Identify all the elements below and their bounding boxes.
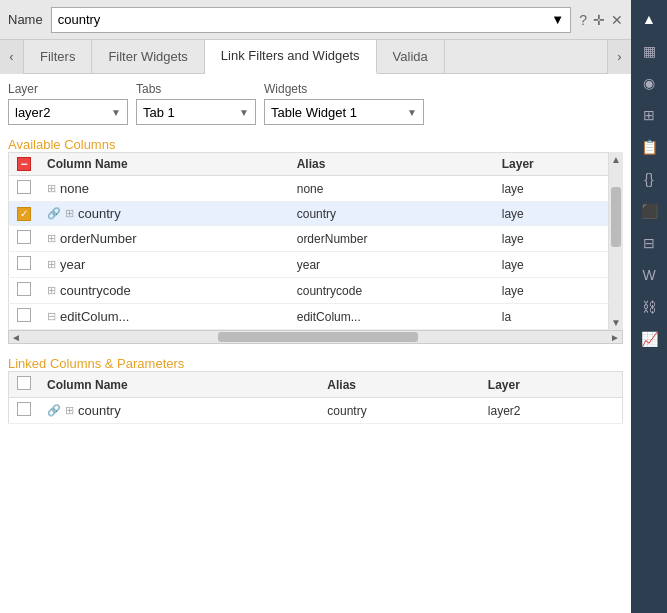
lth-alias: Alias	[319, 372, 480, 398]
col-type-icon: ⊞	[47, 182, 56, 195]
sidebar-image-icon[interactable]: ⬛	[634, 196, 664, 226]
move-icon[interactable]: ✛	[593, 12, 605, 28]
widgets-dropdown[interactable]: Table Widget 1 ▼	[264, 99, 424, 125]
tabs-arrow: ▼	[239, 107, 249, 118]
help-icon[interactable]: ?	[579, 12, 587, 28]
name-dropdown[interactable]: country ▼	[51, 7, 572, 33]
col-alias: year	[289, 252, 494, 278]
col-alias: country	[319, 398, 480, 424]
vscroll-down-arrow[interactable]: ▼	[609, 315, 623, 330]
widgets-value: Table Widget 1	[271, 105, 357, 120]
hscrollbar: ◄ ►	[8, 330, 623, 344]
th-alias: Alias	[289, 153, 494, 176]
sidebar-up-icon[interactable]: ▲	[634, 4, 664, 34]
sidebar-document-icon[interactable]: 📋	[634, 132, 664, 162]
available-columns-wrap: Column Name Alias Layer ⊞none	[8, 152, 609, 330]
col-layer: laye	[494, 202, 609, 226]
row-checkbox[interactable]	[17, 180, 31, 194]
col-layer: laye	[494, 226, 609, 252]
col-type-icon: ⊞	[65, 404, 74, 417]
sidebar-braces-icon[interactable]: {}	[634, 164, 664, 194]
linked-row-checkbox[interactable]	[17, 402, 31, 416]
hscroll-thumb[interactable]	[218, 332, 418, 342]
dialog-header: Name country ▼ ? ✛ ✕	[0, 0, 631, 40]
hscroll-right-arrow[interactable]: ►	[610, 332, 620, 343]
row-checkbox[interactable]	[17, 256, 31, 270]
tabs-value: Tab 1	[143, 105, 175, 120]
sidebar-chart-line-icon[interactable]: 📈	[634, 324, 664, 354]
dropdowns-row: Layer layer2 ▼ Tabs Tab 1 ▼ Widgets Tabl…	[8, 82, 623, 125]
col-name: year	[60, 257, 85, 272]
content-area: Layer layer2 ▼ Tabs Tab 1 ▼ Widgets Tabl…	[0, 74, 631, 613]
name-dropdown-value: country	[58, 12, 101, 27]
tabs-label: Tabs	[136, 82, 256, 96]
th-col-name: Column Name	[39, 153, 289, 176]
cell-content: ⊞year	[47, 257, 281, 272]
col-name: orderNumber	[60, 231, 137, 246]
col-type-icon: ⊞	[65, 207, 74, 220]
tab-valida[interactable]: Valida	[377, 40, 445, 74]
layer-value: layer2	[15, 105, 50, 120]
col-layer: layer2	[480, 398, 623, 424]
tab-filter-widgets[interactable]: Filter Widgets	[92, 40, 204, 74]
col-layer: la	[494, 304, 609, 330]
col-layer: laye	[494, 252, 609, 278]
tab-filters[interactable]: Filters	[24, 40, 92, 74]
sidebar-chart-bar-icon[interactable]: ▦	[634, 36, 664, 66]
sidebar-table-icon[interactable]: ⊟	[634, 228, 664, 258]
col-type-icon: ⊞	[47, 258, 56, 271]
row-checkbox[interactable]	[17, 207, 31, 221]
col-name: country	[78, 206, 121, 221]
th-checkbox	[9, 153, 40, 176]
cell-content: 🔗⊞country	[47, 403, 311, 418]
tab-link-filters-widgets[interactable]: Link Filters and Widgets	[205, 40, 377, 74]
sidebar-w-icon[interactable]: W	[634, 260, 664, 290]
sidebar-grid-icon[interactable]: ⊞	[634, 100, 664, 130]
link-icon: 🔗	[47, 404, 61, 417]
right-sidebar: ▲ ▦ ◉ ⊞ 📋 {} ⬛ ⊟ W ⛓ 📈	[631, 0, 667, 613]
table-row: ⊞countrycode countrycode laye	[9, 278, 609, 304]
tab-bar: ‹ Filters Filter Widgets Link Filters an…	[0, 40, 631, 74]
widgets-label: Widgets	[264, 82, 424, 96]
tab-prev-button[interactable]: ‹	[0, 40, 24, 74]
available-columns-title: Available Columns	[8, 137, 623, 152]
close-icon[interactable]: ✕	[611, 12, 623, 28]
select-all-checkbox[interactable]	[17, 157, 31, 171]
tab-next-button[interactable]: ›	[607, 40, 631, 74]
layer-arrow: ▼	[111, 107, 121, 118]
col-name: editColum...	[60, 309, 129, 324]
col-name: country	[78, 403, 121, 418]
row-checkbox[interactable]	[17, 282, 31, 296]
cell-content: ⊟editColum...	[47, 309, 281, 324]
tabs-group: Tabs Tab 1 ▼	[136, 82, 256, 125]
widgets-group: Widgets Table Widget 1 ▼	[264, 82, 424, 125]
available-columns-section: Available Columns Column Name Ali	[8, 133, 623, 344]
linked-columns-title: Linked Columns & Parameters	[8, 356, 623, 371]
sidebar-link-icon[interactable]: ⛓	[634, 292, 664, 322]
cell-content: ⊞none	[47, 181, 281, 196]
vscroll-up-arrow[interactable]: ▲	[609, 152, 623, 167]
vscrollbar[interactable]: ▲ ▼	[609, 152, 623, 330]
col-type-icon: ⊞	[47, 232, 56, 245]
sidebar-map-icon[interactable]: ◉	[634, 68, 664, 98]
col-alias: country	[289, 202, 494, 226]
linked-select-all-checkbox[interactable]	[17, 376, 31, 390]
row-checkbox[interactable]	[17, 230, 31, 244]
cell-content: 🔗⊞country	[47, 206, 281, 221]
col-type-icon: ⊞	[47, 284, 56, 297]
col-alias: editColum...	[289, 304, 494, 330]
row-checkbox[interactable]	[17, 308, 31, 322]
col-name: none	[60, 181, 89, 196]
name-label: Name	[8, 12, 43, 27]
linked-columns-section: Linked Columns & Parameters Column Name …	[8, 352, 623, 424]
col-layer: laye	[494, 278, 609, 304]
header-icons: ? ✛ ✕	[579, 12, 623, 28]
tabs-dropdown[interactable]: Tab 1 ▼	[136, 99, 256, 125]
col-type-icon: ⊟	[47, 310, 56, 323]
available-columns-table: Column Name Alias Layer ⊞none	[8, 152, 609, 330]
vscroll-thumb[interactable]	[611, 187, 621, 247]
hscroll-left-arrow[interactable]: ◄	[11, 332, 21, 343]
cell-content: ⊞orderNumber	[47, 231, 281, 246]
name-dropdown-arrow: ▼	[551, 12, 564, 27]
layer-dropdown[interactable]: layer2 ▼	[8, 99, 128, 125]
